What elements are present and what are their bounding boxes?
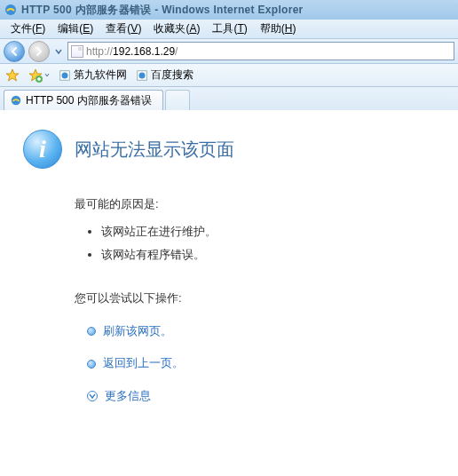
favorites-link-1-label: 第九软件网 <box>74 67 127 83</box>
tab-title: HTTP 500 内部服务器错误 <box>26 93 152 108</box>
error-heading: 网站无法显示该页面 <box>75 138 234 162</box>
refresh-link[interactable]: 刷新该网页。 <box>103 321 172 343</box>
favorites-button[interactable] <box>5 68 20 83</box>
causes-title: 最可能的原因是: <box>75 194 444 216</box>
tab-strip: HTTP 500 内部服务器错误 <box>0 87 458 110</box>
chevron-down-icon <box>44 73 50 78</box>
address-bar[interactable]: http://192.168.1.29/ <box>67 42 454 60</box>
chevron-down-icon <box>55 48 62 55</box>
ie-page-icon <box>59 69 71 82</box>
menu-bar: 文件(F) 编辑(E) 查看(V) 收藏夹(A) 工具(T) 帮助(H) <box>0 20 458 39</box>
address-url: http://192.168.1.29/ <box>86 45 452 58</box>
favorites-link-2[interactable]: 百度搜索 <box>136 67 193 83</box>
cause-item: 该网站正在进行维护。 <box>101 221 444 243</box>
page-content: i 网站无法显示该页面 最可能的原因是: 该网站正在进行维护。 该网站有程序错误… <box>0 110 458 476</box>
new-tab-button[interactable] <box>165 90 190 110</box>
cause-item: 该网站有程序错误。 <box>101 244 444 266</box>
favorites-link-1[interactable]: 第九软件网 <box>59 67 127 83</box>
ie-logo-icon <box>10 94 22 107</box>
star-icon <box>5 68 20 83</box>
menu-view[interactable]: 查看(V) <box>100 20 146 38</box>
action-more-info[interactable]: 更多信息 <box>87 385 444 408</box>
favorites-bar: 第九软件网 百度搜索 <box>0 64 458 87</box>
action-refresh: 刷新该网页。 <box>87 321 444 343</box>
arrow-right-icon <box>33 45 45 58</box>
menu-edit[interactable]: 编辑(E) <box>52 20 99 38</box>
menu-help[interactable]: 帮助(H) <box>255 20 302 38</box>
menu-tools[interactable]: 工具(T) <box>207 20 252 38</box>
forward-button[interactable] <box>28 41 50 62</box>
more-info-link[interactable]: 更多信息 <box>105 385 151 408</box>
ie-logo-icon <box>4 3 18 17</box>
menu-favorites[interactable]: 收藏夹(A) <box>148 20 205 38</box>
bullet-icon <box>87 360 96 369</box>
svg-point-5 <box>139 72 146 78</box>
causes-list: 该网站正在进行维护。 该网站有程序错误。 <box>75 221 444 266</box>
bullet-icon <box>87 327 96 336</box>
navigation-bar: http://192.168.1.29/ <box>0 39 458 64</box>
expand-icon <box>87 391 98 401</box>
nav-history-dropdown[interactable] <box>53 48 64 55</box>
page-icon <box>70 44 84 59</box>
menu-file[interactable]: 文件(F) <box>5 20 51 38</box>
arrow-left-icon <box>8 45 20 58</box>
action-back: 返回到上一页。 <box>87 353 444 375</box>
window-titlebar: HTTP 500 内部服务器错误 - Windows Internet Expl… <box>0 0 458 20</box>
ie-page-icon <box>136 69 148 82</box>
info-icon: i <box>23 130 62 169</box>
star-add-icon <box>28 68 43 83</box>
actions-title: 您可以尝试以下操作: <box>75 288 444 310</box>
back-button[interactable] <box>4 41 25 62</box>
add-to-favorites-button[interactable] <box>28 68 50 83</box>
tab-active[interactable]: HTTP 500 内部服务器错误 <box>4 90 163 110</box>
back-link[interactable]: 返回到上一页。 <box>103 353 184 375</box>
svg-point-3 <box>62 72 68 78</box>
window-title: HTTP 500 内部服务器错误 - Windows Internet Expl… <box>21 3 304 18</box>
favorites-link-2-label: 百度搜索 <box>151 67 193 83</box>
